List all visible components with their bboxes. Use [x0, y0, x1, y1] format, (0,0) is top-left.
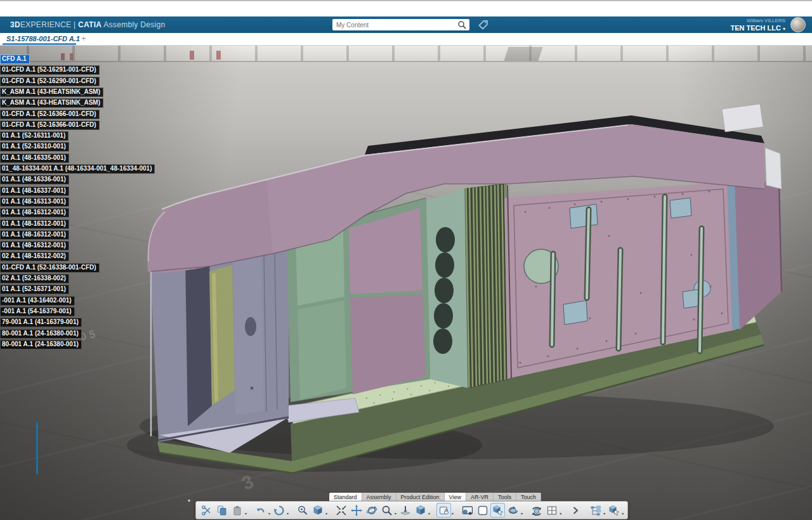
- search-box[interactable]: [332, 19, 469, 30]
- design-tree-icon[interactable]: [588, 503, 603, 517]
- tree-anchor-line: [36, 422, 38, 474]
- header-bar: 3DEXPERIENCE | CATIA Assembly Design Wil…: [0, 16, 812, 33]
- iso-view-dropdown-caret[interactable]: ▾: [325, 511, 327, 516]
- user-menu[interactable]: William VILLERS TEN TECH LLC ▾: [730, 18, 785, 32]
- undo-icon[interactable]: [253, 503, 268, 517]
- tree-item[interactable]: 01-CFD A.1 (52-16290-001-CFD): [0, 77, 100, 86]
- tree-item[interactable]: 80-001 A.1 (24-16380-001): [0, 340, 82, 349]
- clipping-icon[interactable]: [436, 503, 451, 517]
- turntable-icon[interactable]: [506, 503, 520, 517]
- tree-item[interactable]: 01_48-16334-001 A.1 (48-16334-001_48-163…: [0, 164, 155, 174]
- tree-item[interactable]: 01 A.1 (48-16313-001): [0, 197, 69, 207]
- part-select-icon[interactable]: [606, 503, 621, 517]
- document-tab[interactable]: S1-15788-001-CFD A.1: [6, 35, 80, 42]
- tree-item[interactable]: -001 A.1 (43-16402-001): [0, 296, 75, 306]
- action-toolbar: ▾▾▾▾▾▾▾▾▾▾▾: [195, 501, 628, 519]
- tree-item[interactable]: 01-CFD A.1 (52-16366-001-CFD): [0, 110, 100, 119]
- tree-item[interactable]: -001 A.1 (54-16379-001): [0, 307, 75, 316]
- window-top-border: [0, 0, 812, 1]
- multi-view-icon[interactable]: [544, 503, 559, 517]
- zoom-dropdown-caret[interactable]: ▾: [395, 511, 396, 516]
- multi-view-dropdown-caret[interactable]: ▾: [560, 511, 561, 516]
- tree-item[interactable]: 01-CFD A.1 (52-16338-001-CFD): [0, 263, 100, 273]
- tree-item[interactable]: 01 A.1 (48-16312-001): [0, 208, 69, 218]
- tree-item[interactable]: 01-CFD A.1 (52-16291-001-CFD): [0, 65, 100, 75]
- app-window: 3DEXPERIENCE | CATIA Assembly Design Wil…: [0, 0, 812, 520]
- render-style-icon[interactable]: [460, 503, 475, 517]
- search-3d-icon[interactable]: [295, 503, 310, 517]
- cut-icon[interactable]: [199, 503, 214, 517]
- document-tab-bar: S1-15788-001-CFD A.1 +: [0, 33, 812, 46]
- perspective-icon[interactable]: [475, 503, 490, 517]
- normal-view-icon[interactable]: [398, 503, 412, 517]
- tree-item[interactable]: 02 A.1 (48-16312-002): [0, 252, 69, 261]
- copy-icon[interactable]: [214, 503, 229, 517]
- clipping-dropdown-caret[interactable]: ▾: [452, 511, 454, 516]
- tag-icon[interactable]: [477, 18, 490, 31]
- tree-item[interactable]: 01 A.1 (52-16311-001): [0, 131, 69, 141]
- chevron-down-icon: ▾: [783, 26, 785, 32]
- tree-item[interactable]: 01 A.1 (48-16312-001): [0, 219, 69, 229]
- expand-icon[interactable]: [568, 503, 582, 517]
- rotate-icon[interactable]: [364, 503, 379, 517]
- model-part-vent-panel[interactable]: [426, 188, 468, 388]
- pan-icon[interactable]: [349, 503, 363, 517]
- model-assembly[interactable]: [0, 46, 812, 520]
- brand-3d: 3D: [10, 20, 20, 29]
- avatar[interactable]: [790, 17, 806, 32]
- brand-catia: CATIA: [78, 20, 102, 29]
- tree-item[interactable]: CFD A.1: [0, 55, 30, 64]
- tree-item[interactable]: 01 A.1 (48-16312-001): [0, 241, 69, 250]
- tree-item[interactable]: 01 A.1 (52-16310-001): [0, 142, 69, 152]
- brand-logo: 3DEXPERIENCE | CATIA Assembly Design: [10, 16, 165, 33]
- tree-item[interactable]: K_ASM A.1 (43-HEATSINK_ASM): [0, 98, 103, 108]
- zoom-icon[interactable]: [379, 503, 394, 517]
- update-view-icon[interactable]: [529, 503, 544, 517]
- tree-item[interactable]: 01 A.1 (48-16335-001): [0, 153, 69, 163]
- tree-item[interactable]: 01 A.1 (48-16312-001): [0, 230, 69, 240]
- tree-item[interactable]: 80-001 A.1 (24-16380-001): [0, 329, 82, 339]
- active-tab-underline: [3, 43, 76, 45]
- update-icon[interactable]: [272, 503, 286, 517]
- turntable-dropdown-caret[interactable]: ▾: [521, 511, 523, 516]
- tree-item[interactable]: 01 A.1 (48-16336-001): [0, 175, 69, 185]
- toolbar-collapse-icon[interactable]: ▾: [188, 498, 190, 504]
- paste-dropdown-caret[interactable]: ▾: [245, 511, 247, 516]
- iso-view-icon[interactable]: [310, 503, 325, 517]
- part-select-dropdown-caret[interactable]: ▾: [622, 511, 624, 516]
- tree-item[interactable]: 01 A.1 (48-16337-001): [0, 186, 69, 196]
- undo-dropdown-caret[interactable]: ▾: [268, 511, 270, 516]
- tree-item[interactable]: 01 A.1 (52-16371-001): [0, 285, 69, 294]
- paste-icon[interactable]: [230, 503, 244, 517]
- user-org: TEN TECH LLC ▾: [730, 24, 785, 32]
- brand-experience: EXPERIENCE: [20, 20, 71, 29]
- user-name: William VILLERS: [730, 18, 785, 24]
- view-cube-dropdown-caret[interactable]: ▾: [428, 511, 430, 516]
- update-dropdown-caret[interactable]: ▾: [287, 511, 289, 516]
- model-part-heatsink[interactable]: [465, 183, 509, 388]
- search-input[interactable]: [332, 22, 456, 29]
- model-part-right-endcap[interactable]: [735, 181, 782, 330]
- tree-item[interactable]: K_ASM A.1 (43-HEATSINK_ASM): [0, 88, 103, 97]
- search-icon[interactable]: [456, 20, 468, 29]
- tree-item[interactable]: 01-CFD A.1 (52-16366-001-CFD): [0, 120, 100, 130]
- viewport-3d[interactable]: L 05 3: [0, 46, 812, 520]
- brand-app: Assembly Design: [102, 20, 165, 29]
- fit-all-icon[interactable]: [334, 503, 348, 517]
- view-cube-icon[interactable]: [413, 503, 428, 517]
- tree-item[interactable]: 02 A.1 (52-16338-002): [0, 274, 69, 283]
- new-tab-button[interactable]: +: [81, 34, 86, 43]
- tree-item[interactable]: 79-001 A.1 (41-16379-001): [0, 318, 82, 327]
- design-tree-dropdown-caret[interactable]: ▾: [603, 511, 605, 516]
- select-cube-icon[interactable]: [490, 503, 505, 517]
